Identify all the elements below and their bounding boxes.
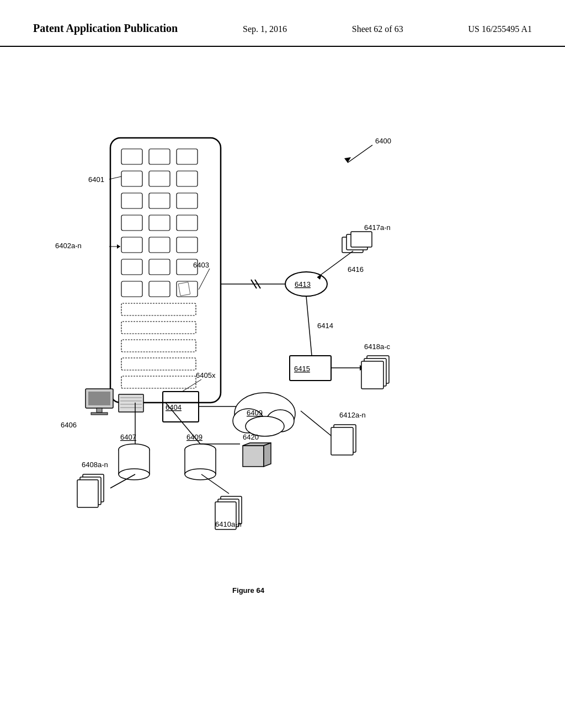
svg-marker-1 [344, 157, 351, 163]
svg-rect-13 [149, 215, 170, 231]
svg-rect-79 [243, 446, 264, 467]
svg-rect-5 [177, 149, 198, 164]
svg-point-78 [185, 469, 216, 480]
svg-line-30 [109, 176, 121, 179]
patent-diagram: 6400 [0, 47, 565, 709]
label-6400: 6400 [375, 137, 391, 145]
svg-rect-27 [121, 340, 196, 352]
label-6403: 6403 [193, 261, 209, 269]
svg-rect-6 [121, 171, 142, 186]
svg-rect-29 [121, 376, 196, 388]
svg-rect-17 [177, 237, 198, 253]
page-header: Patent Application Publication Sep. 1, 2… [0, 0, 565, 47]
svg-point-73 [119, 469, 150, 480]
svg-rect-2 [110, 138, 221, 403]
publication-date: Sep. 1, 2016 [243, 24, 287, 34]
svg-rect-63 [351, 232, 372, 247]
svg-rect-8 [177, 171, 198, 186]
svg-marker-81 [264, 443, 271, 467]
svg-rect-9 [121, 193, 142, 208]
svg-rect-15 [121, 237, 142, 253]
label-6414: 6414 [317, 322, 333, 330]
svg-line-68 [301, 411, 331, 436]
svg-rect-28 [121, 358, 196, 370]
label-6408: 6408a-n [82, 461, 108, 469]
diagram-container: 6400 [0, 47, 565, 709]
svg-line-54 [306, 296, 312, 356]
svg-rect-60 [361, 361, 383, 389]
svg-rect-7 [149, 171, 170, 186]
figure-caption: Figure 64 [232, 586, 265, 595]
label-6405x: 6405x [196, 371, 216, 379]
svg-rect-25 [121, 303, 196, 315]
svg-line-89 [201, 474, 229, 494]
label-6413: 6413 [295, 280, 311, 288]
svg-rect-24 [178, 282, 190, 296]
svg-rect-35 [88, 392, 110, 405]
label-6412: 6412a-n [339, 411, 366, 419]
svg-rect-3 [121, 149, 142, 164]
label-6404: 6404 [166, 403, 182, 411]
svg-rect-67 [331, 427, 353, 455]
label-6418: 6418a-c [364, 342, 390, 351]
patent-number: US 16/255495 A1 [468, 24, 532, 34]
svg-rect-11 [177, 193, 198, 208]
svg-line-33 [199, 269, 210, 290]
svg-rect-21 [121, 281, 142, 297]
svg-rect-10 [149, 193, 170, 208]
label-6417: 6417a-n [364, 223, 391, 232]
publication-title: Patent Application Publication [33, 22, 178, 35]
svg-rect-12 [121, 215, 142, 231]
label-6409-cloud: 6409 [247, 409, 263, 417]
label-6415: 6415 [294, 365, 310, 373]
svg-marker-32 [117, 244, 120, 249]
svg-rect-14 [177, 215, 198, 231]
label-6420: 6420 [243, 433, 259, 441]
sheet-info: Sheet 62 of 63 [352, 24, 403, 34]
label-6407: 6407 [120, 433, 136, 441]
svg-line-0 [348, 145, 372, 163]
svg-rect-18 [121, 259, 142, 275]
svg-line-91 [166, 403, 200, 444]
svg-rect-26 [121, 322, 196, 334]
svg-rect-19 [149, 259, 170, 275]
label-6416: 6416 [348, 265, 364, 274]
label-6401: 6401 [88, 175, 104, 184]
svg-rect-4 [149, 149, 170, 164]
svg-rect-16 [149, 237, 170, 253]
svg-rect-37 [91, 413, 108, 415]
svg-rect-22 [149, 281, 170, 297]
label-6406: 6406 [61, 421, 77, 429]
svg-rect-36 [97, 408, 102, 413]
label-6402: 6402a-n [55, 242, 82, 250]
svg-line-44 [182, 379, 201, 392]
svg-rect-38 [119, 394, 143, 412]
label-6410: 6410a-n [215, 520, 242, 528]
svg-rect-84 [77, 480, 98, 507]
